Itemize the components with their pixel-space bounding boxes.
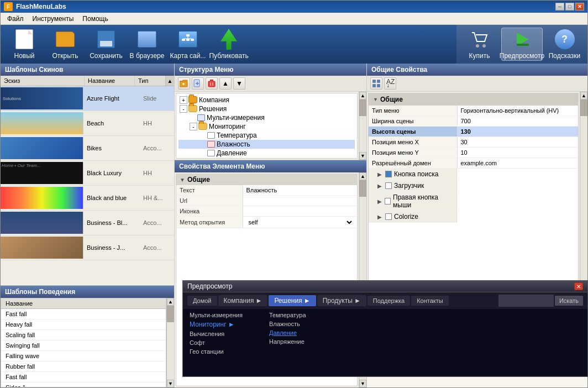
collapse-arrow[interactable]: ▼: [180, 177, 185, 183]
skin-row[interactable]: Black and blue HH &...: [1, 186, 174, 211]
dropdown-item[interactable]: Вычисления: [187, 330, 245, 338]
dropdown-item-highlight[interactable]: Давление: [267, 329, 308, 337]
domain-input[interactable]: [461, 160, 575, 166]
scroll-up[interactable]: ▲: [359, 92, 366, 99]
struct-btn-add-folder[interactable]: [178, 77, 190, 90]
menu-file[interactable]: Файл: [3, 14, 28, 24]
close-button[interactable]: ✕: [575, 3, 584, 11]
preview-button[interactable]: Предпросмотр: [501, 28, 543, 61]
skin-scroll-up[interactable]: ▲: [165, 76, 174, 86]
tree-node[interactable]: + Компания: [179, 96, 355, 104]
save-button[interactable]: Сохранить: [87, 28, 125, 61]
prop-subitem-rightclick[interactable]: ▶ Правая кнопка мыши: [369, 192, 457, 211]
prop-value[interactable]: [457, 127, 578, 137]
prop-subitem-search[interactable]: ▶ Кнопка поиска: [369, 169, 457, 180]
expand-reshenia[interactable]: -: [180, 105, 187, 113]
nav-solutions[interactable]: Решения ►: [269, 295, 316, 306]
skin-col-type[interactable]: Тип: [135, 76, 165, 86]
preview-search-input[interactable]: [498, 295, 554, 307]
tree-node[interactable]: Давление: [179, 149, 355, 158]
method-select[interactable]: self _blank: [246, 218, 354, 226]
expand-monitoring[interactable]: -: [190, 123, 197, 130]
minimize-button[interactable]: ─: [555, 3, 564, 11]
menu-tools[interactable]: Инструменты: [28, 14, 78, 24]
dropdown-item[interactable]: Напряжение: [267, 338, 308, 345]
prop-value[interactable]: [243, 206, 357, 217]
struct-btn-down[interactable]: ▼: [233, 77, 245, 90]
skin-col-name[interactable]: Название: [85, 76, 135, 86]
scroll-up[interactable]: ▲: [359, 172, 366, 180]
struct-btn-add-page[interactable]: [192, 77, 204, 90]
nav-contacts[interactable]: Контакты: [411, 296, 449, 306]
alpha-sort-btn[interactable]: AZ ↓: [384, 77, 396, 90]
width-input[interactable]: [461, 118, 575, 124]
tree-node[interactable]: Мульти-измерения: [179, 113, 355, 122]
skin-col-thumb[interactable]: Эскиз: [1, 76, 85, 86]
scroll-down[interactable]: ▼: [359, 152, 366, 160]
dropdown-item[interactable]: Температура: [267, 311, 308, 319]
scroll-down[interactable]: ▼: [167, 380, 174, 387]
prop-value[interactable]: Влажность: [243, 185, 357, 196]
skin-row[interactable]: Beach HH: [1, 111, 174, 136]
maximize-button[interactable]: □: [565, 3, 574, 11]
prop-value[interactable]: self _blank: [243, 217, 357, 228]
dropdown-item[interactable]: Софт: [187, 339, 245, 347]
scroll-up[interactable]: ▲: [580, 92, 587, 99]
tree-node[interactable]: Температура: [179, 131, 355, 140]
buy-button[interactable]: Купить: [459, 28, 500, 61]
dropdown-item-active[interactable]: Мониторинг ►: [187, 320, 245, 329]
behavior-item[interactable]: Fast fall: [1, 372, 166, 382]
behavior-item[interactable]: Sides 1: [1, 382, 166, 387]
scroll-up[interactable]: ▲: [167, 298, 174, 306]
loader-checkbox[interactable]: [385, 182, 392, 189]
right-section-general[interactable]: Общие: [369, 93, 578, 106]
height-input[interactable]: [461, 128, 575, 135]
sort-icon-btn[interactable]: [370, 77, 382, 90]
skin-row[interactable]: Solutions Azure Flight Slide: [1, 86, 174, 111]
expand-loader[interactable]: ▶: [377, 183, 383, 189]
behavior-item[interactable]: Falling wave: [1, 351, 166, 361]
skin-row[interactable]: Home ▪ Our Team... Black Luxury HH: [1, 161, 174, 186]
dropdown-item[interactable]: Гео станции: [187, 348, 245, 355]
expand-colorize[interactable]: ▶: [377, 214, 383, 220]
posy-input[interactable]: [461, 149, 575, 156]
browser-button[interactable]: В браузере: [128, 28, 166, 61]
nav-company[interactable]: Компания ►: [218, 295, 268, 306]
colorize-checkbox[interactable]: [385, 213, 392, 220]
behavior-item[interactable]: Heavy fall: [1, 319, 166, 330]
nav-support[interactable]: Поддержка: [368, 296, 410, 306]
prop-value[interactable]: [457, 158, 578, 169]
new-button[interactable]: Новый: [5, 28, 44, 61]
prop-subitem-colorize[interactable]: ▶ Colorize: [369, 211, 457, 223]
rightclick-checkbox[interactable]: [385, 198, 391, 205]
posx-input[interactable]: [461, 139, 575, 145]
prop-subitem-loader[interactable]: ▶ Загрузчик: [369, 180, 457, 192]
scroll-thumb[interactable]: [359, 99, 366, 116]
scroll-track[interactable]: [167, 306, 174, 380]
expand-kompania[interactable]: +: [180, 96, 187, 104]
help-button[interactable]: ? Подсказки: [544, 28, 585, 61]
skin-row[interactable]: Bikes Acco...: [1, 136, 174, 161]
expand-search[interactable]: ▶: [377, 171, 383, 177]
scroll-down[interactable]: ▼: [359, 380, 366, 387]
behavior-item[interactable]: Fast fall: [1, 309, 166, 319]
preview-close-button[interactable]: ✕: [574, 282, 583, 290]
menu-help[interactable]: Помощь: [78, 14, 112, 24]
tree-node[interactable]: - Решения: [179, 104, 355, 113]
behavior-col-header[interactable]: Название: [1, 298, 166, 309]
tree-node-selected[interactable]: Влажность: [179, 140, 355, 149]
nav-products[interactable]: Продукты ►: [317, 295, 366, 306]
search-checkbox[interactable]: [385, 171, 392, 177]
prop-value[interactable]: [457, 148, 578, 158]
expand-rightclick[interactable]: ▶: [377, 198, 382, 205]
behavior-item[interactable]: Scaling fall: [1, 330, 166, 340]
skin-row[interactable]: Business - Bl... Acco...: [1, 211, 174, 235]
preview-search-button[interactable]: Искать: [555, 296, 583, 306]
prop-value[interactable]: Горизонтально-вертикальный (HV): [457, 106, 578, 116]
nav-home[interactable]: Домой: [187, 296, 217, 306]
tree-node[interactable]: - Мониторинг: [179, 122, 355, 131]
skin-row[interactable]: Business - J... Acco...: [1, 235, 174, 260]
prop-value[interactable]: [243, 196, 357, 206]
dropdown-item[interactable]: Влажность: [267, 320, 308, 328]
struct-btn-up[interactable]: ▲: [219, 77, 232, 90]
